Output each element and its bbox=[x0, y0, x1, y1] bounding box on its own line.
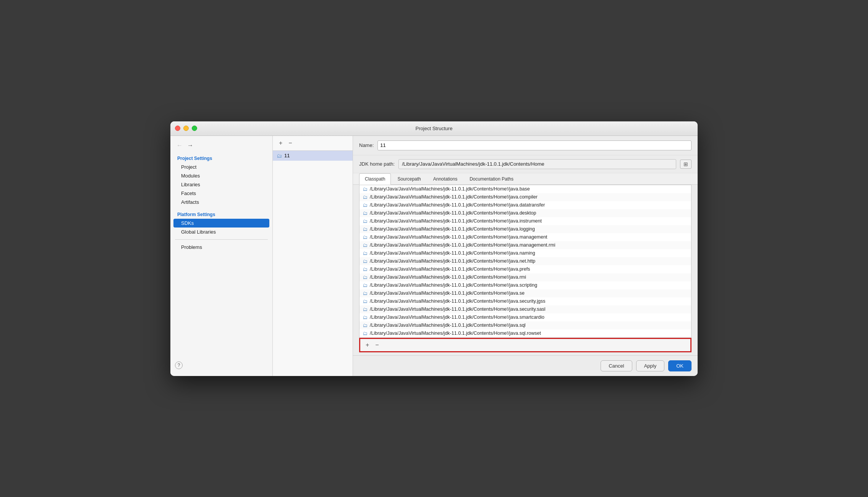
ok-button[interactable]: OK bbox=[668, 360, 691, 371]
folder-icon: 🗂 bbox=[363, 290, 368, 296]
project-settings-label: Project Settings bbox=[170, 153, 272, 163]
classpath-path: /Library/Java/JavaVirtualMachines/jdk-11… bbox=[370, 210, 536, 216]
classpath-item[interactable]: 🗂/Library/Java/JavaVirtualMachines/jdk-1… bbox=[360, 209, 691, 217]
remove-classpath-button[interactable]: − bbox=[373, 341, 381, 349]
classpath-path: /Library/Java/JavaVirtualMachines/jdk-11… bbox=[370, 218, 542, 224]
classpath-item[interactable]: 🗂/Library/Java/JavaVirtualMachines/jdk-1… bbox=[360, 193, 691, 201]
right-panel: Name: JDK home path: /Library/Java/JavaV… bbox=[353, 136, 698, 376]
browse-button[interactable]: ⊞ bbox=[680, 160, 691, 169]
maximize-button[interactable] bbox=[192, 126, 197, 131]
close-button[interactable] bbox=[175, 126, 180, 131]
classpath-item[interactable]: 🗂/Library/Java/JavaVirtualMachines/jdk-1… bbox=[360, 201, 691, 209]
classpath-item[interactable]: 🗂/Library/Java/JavaVirtualMachines/jdk-1… bbox=[360, 217, 691, 225]
name-row: Name: bbox=[353, 136, 698, 155]
name-input[interactable] bbox=[377, 140, 691, 150]
window-body: ← → Project Settings Project Modules Lib… bbox=[170, 136, 698, 376]
main-inner: + − 🗂 11 Name: JD bbox=[273, 136, 698, 376]
classpath-item[interactable]: 🗂/Library/Java/JavaVirtualMachines/jdk-1… bbox=[360, 329, 691, 337]
help-button[interactable]: ? bbox=[175, 361, 183, 369]
classpath-item[interactable]: 🗂/Library/Java/JavaVirtualMachines/jdk-1… bbox=[360, 305, 691, 313]
tab-classpath[interactable]: Classpath bbox=[359, 173, 391, 185]
classpath-path: /Library/Java/JavaVirtualMachines/jdk-11… bbox=[370, 331, 541, 336]
classpath-path: /Library/Java/JavaVirtualMachines/jdk-11… bbox=[370, 234, 547, 240]
tab-annotations[interactable]: Annotations bbox=[428, 173, 463, 184]
classpath-item[interactable]: 🗂/Library/Java/JavaVirtualMachines/jdk-1… bbox=[360, 289, 691, 297]
remove-sdk-button[interactable]: − bbox=[286, 139, 294, 147]
bottom-bar: Cancel Apply OK bbox=[353, 355, 698, 376]
folder-icon: 🗂 bbox=[363, 202, 368, 208]
classpath-path: /Library/Java/JavaVirtualMachines/jdk-11… bbox=[370, 290, 525, 296]
tab-documentation-paths[interactable]: Documentation Paths bbox=[464, 173, 519, 184]
classpath-path: /Library/Java/JavaVirtualMachines/jdk-11… bbox=[370, 266, 530, 272]
classpath-path: /Library/Java/JavaVirtualMachines/jdk-11… bbox=[370, 307, 545, 312]
classpath-path: /Library/Java/JavaVirtualMachines/jdk-11… bbox=[370, 242, 555, 248]
sidebar-item-facets[interactable]: Facets bbox=[170, 189, 272, 198]
sidebar-divider bbox=[175, 239, 268, 240]
sidebar-item-global-libraries[interactable]: Global Libraries bbox=[170, 228, 272, 236]
classpath-item[interactable]: 🗂/Library/Java/JavaVirtualMachines/jdk-1… bbox=[360, 225, 691, 233]
jdk-home-row: JDK home path: /Library/Java/JavaVirtual… bbox=[353, 155, 698, 173]
classpath-item[interactable]: 🗂/Library/Java/JavaVirtualMachines/jdk-1… bbox=[360, 233, 691, 241]
classpath-item[interactable]: 🗂/Library/Java/JavaVirtualMachines/jdk-1… bbox=[360, 273, 691, 281]
classpath-path: /Library/Java/JavaVirtualMachines/jdk-11… bbox=[370, 226, 535, 232]
classpath-item[interactable]: 🗂/Library/Java/JavaVirtualMachines/jdk-1… bbox=[360, 257, 691, 265]
classpath-item[interactable]: 🗂/Library/Java/JavaVirtualMachines/jdk-1… bbox=[360, 265, 691, 273]
project-structure-window: Project Structure ← → Project Settings P… bbox=[170, 121, 698, 376]
sidebar-item-project[interactable]: Project bbox=[170, 163, 272, 171]
folder-icon: 🗂 bbox=[363, 234, 368, 240]
folder-icon: 🗂 bbox=[363, 186, 368, 192]
classpath-path: /Library/Java/JavaVirtualMachines/jdk-11… bbox=[370, 299, 545, 304]
folder-icon: 🗂 bbox=[363, 218, 368, 224]
sidebar-bottom: ? bbox=[170, 358, 272, 372]
tab-sourcepath[interactable]: Sourcepath bbox=[392, 173, 426, 184]
sdk-list-items: 🗂 11 bbox=[273, 151, 353, 376]
sidebar-item-sdks[interactable]: SDKs bbox=[173, 219, 269, 228]
add-sdk-button[interactable]: + bbox=[277, 139, 285, 147]
tabs-bar: Classpath Sourcepath Annotations Documen… bbox=[353, 173, 698, 185]
classpath-bottom-inner: + − bbox=[360, 339, 690, 351]
folder-icon: 🗂 bbox=[363, 307, 368, 312]
folder-icon: 🗂 bbox=[363, 315, 368, 320]
folder-icon: 🗂 bbox=[363, 226, 368, 232]
apply-button[interactable]: Apply bbox=[636, 360, 665, 371]
classpath-item[interactable]: 🗂/Library/Java/JavaVirtualMachines/jdk-1… bbox=[360, 281, 691, 289]
folder-icon: 🗂 bbox=[277, 153, 282, 159]
classpath-path: /Library/Java/JavaVirtualMachines/jdk-11… bbox=[370, 323, 526, 328]
folder-icon: 🗂 bbox=[363, 210, 368, 216]
classpath-item[interactable]: 🗂/Library/Java/JavaVirtualMachines/jdk-1… bbox=[360, 249, 691, 257]
classpath-path: /Library/Java/JavaVirtualMachines/jdk-11… bbox=[370, 250, 535, 256]
sidebar-item-libraries[interactable]: Libraries bbox=[170, 180, 272, 189]
sdk-list-panel: + − 🗂 11 bbox=[273, 136, 353, 376]
folder-icon: 🗂 bbox=[363, 242, 368, 248]
classpath-item[interactable]: 🗂/Library/Java/JavaVirtualMachines/jdk-1… bbox=[360, 297, 691, 305]
folder-icon: 🗂 bbox=[363, 266, 368, 272]
name-label: Name: bbox=[359, 142, 374, 148]
sidebar-item-modules[interactable]: Modules bbox=[170, 171, 272, 180]
folder-icon: 🗂 bbox=[363, 274, 368, 280]
forward-button[interactable]: → bbox=[186, 141, 195, 150]
classpath-item[interactable]: 🗂/Library/Java/JavaVirtualMachines/jdk-1… bbox=[360, 321, 691, 329]
traffic-lights bbox=[175, 126, 197, 131]
window-title: Project Structure bbox=[416, 126, 453, 131]
classpath-path: /Library/Java/JavaVirtualMachines/jdk-11… bbox=[370, 258, 535, 264]
classpath-item[interactable]: 🗂/Library/Java/JavaVirtualMachines/jdk-1… bbox=[360, 313, 691, 321]
add-classpath-button[interactable]: + bbox=[363, 341, 371, 349]
sdk-list-item-11[interactable]: 🗂 11 bbox=[273, 151, 353, 161]
classpath-scroll-area[interactable]: 🗂/Library/Java/JavaVirtualMachines/jdk-1… bbox=[359, 185, 691, 338]
cancel-button[interactable]: Cancel bbox=[601, 360, 632, 371]
jdk-home-label: JDK home path: bbox=[359, 161, 395, 167]
classpath-item[interactable]: 🗂/Library/Java/JavaVirtualMachines/jdk-1… bbox=[360, 241, 691, 249]
classpath-path: /Library/Java/JavaVirtualMachines/jdk-11… bbox=[370, 194, 538, 200]
sidebar-item-problems[interactable]: Problems bbox=[170, 243, 272, 252]
classpath-path: /Library/Java/JavaVirtualMachines/jdk-11… bbox=[370, 274, 526, 280]
minimize-button[interactable] bbox=[183, 126, 189, 131]
platform-settings-label: Platform Settings bbox=[170, 210, 272, 219]
folder-icon: 🗂 bbox=[363, 194, 368, 200]
sdk-item-label: 11 bbox=[284, 153, 290, 158]
back-button[interactable]: ← bbox=[175, 141, 184, 150]
classpath-path: /Library/Java/JavaVirtualMachines/jdk-11… bbox=[370, 282, 537, 288]
classpath-path: /Library/Java/JavaVirtualMachines/jdk-11… bbox=[370, 186, 530, 192]
classpath-item[interactable]: 🗂/Library/Java/JavaVirtualMachines/jdk-1… bbox=[360, 185, 691, 193]
sidebar-item-artifacts[interactable]: Artifacts bbox=[170, 198, 272, 207]
folder-icon: 🗂 bbox=[363, 299, 368, 304]
